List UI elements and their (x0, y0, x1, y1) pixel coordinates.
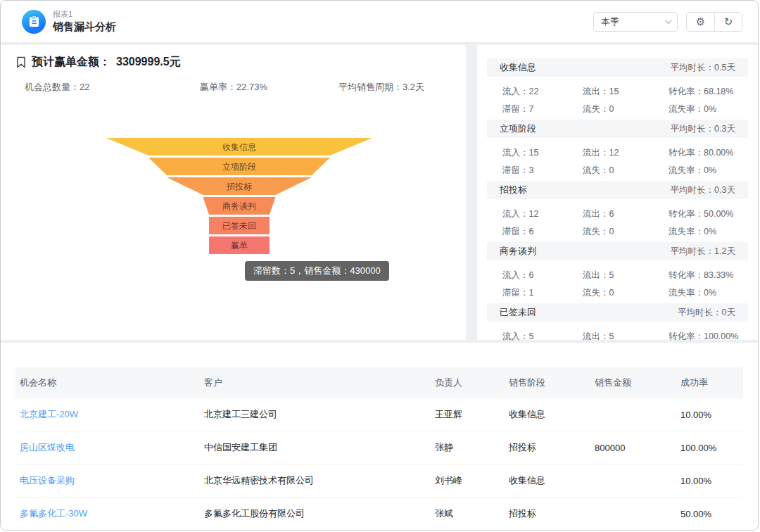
period-select[interactable]: 本季 (593, 12, 678, 32)
owner-cell: 张静 (431, 441, 505, 454)
col-amount: 销售金额 (590, 376, 676, 389)
opportunity-link[interactable]: 电压设备采购 (15, 474, 200, 487)
col-customer: 客户 (200, 376, 431, 389)
stat-value: 3.2天 (403, 82, 424, 92)
conversion-stat: 转化率：100.00% (669, 331, 748, 343)
outflow-stat: 流出：12 (583, 147, 669, 159)
col-stage: 销售阶段 (505, 376, 590, 389)
amount-cell: 800000 (590, 443, 676, 453)
refresh-icon: ↻ (724, 15, 733, 28)
stage-name: 收集信息 (500, 61, 536, 74)
funnel-segment-label: 立项阶段 (222, 162, 256, 172)
table-row: 多氟多化工-30W 多氟多化工股份有限公司 张斌 招投标 50.00% (15, 498, 743, 531)
lost-rate-stat: 流失率：0% (669, 103, 748, 115)
stage-stats-row-1: 流入：22 流出：15 转化率：68.18% (487, 83, 748, 100)
owner-cell: 王亚辉 (431, 408, 505, 421)
customer-cell: 北京华远精密技术有限公司 (200, 474, 431, 487)
table-body: 北京建工-20W 北京建工三建公司 王亚辉 收集信息 10.00% 房山区煤改电… (15, 398, 743, 531)
toolbar-button-group: ⚙ ↻ (686, 12, 742, 32)
col-opportunity-name: 机会名称 (15, 376, 200, 389)
gear-icon: ⚙ (696, 15, 705, 28)
opportunities-table: 机会名称 客户 负责人 销售阶段 销售金额 成功率 北京建工-20W 北京建工三… (15, 367, 743, 531)
opportunities-panel: 机会名称 客户 负责人 销售阶段 销售金额 成功率 北京建工-20W 北京建工三… (1, 343, 758, 531)
outflow-stat: 流出：5 (583, 331, 669, 343)
customer-cell: 中信国安建工集团 (200, 441, 431, 454)
outflow-stat: 流出：15 (583, 86, 669, 98)
opportunity-link[interactable]: 多氟多化工-30W (15, 507, 200, 520)
expected-win-amount: 预计赢单金额： 3309999.5元 (16, 55, 181, 70)
conversion-stat: 转化率：50.00% (669, 208, 748, 220)
stage-name: 已签未回 (500, 306, 536, 319)
inflow-stat: 流入：22 (502, 86, 583, 98)
stat-label: 赢单率： (200, 82, 236, 92)
stat-win-rate: 赢单率：22.73% (200, 81, 267, 94)
outflow-stat: 流出：5 (583, 270, 669, 281)
table-row: 北京建工-20W 北京建工三建公司 王亚辉 收集信息 10.00% (15, 398, 743, 431)
stage-name: 商务谈判 (500, 245, 536, 258)
inflow-stat: 流入：15 (502, 147, 583, 159)
owner-cell: 刘书峰 (431, 474, 505, 487)
success-rate-cell: 100.00% (676, 443, 743, 453)
win-amount-label: 预计赢单金额： (32, 55, 110, 70)
stage-cell: 招投标 (505, 507, 590, 520)
lost-rate-stat: 流失率：0% (669, 226, 748, 238)
table-row: 电压设备采购 北京华远精密技术有限公司 刘书峰 收集信息 10.00% (15, 464, 743, 498)
funnel-segment-label: 已签未回 (222, 221, 256, 231)
top-bar: 报表1 销售漏斗分析 本季 ⚙ ↻ (1, 1, 758, 43)
bookmark-icon (16, 56, 26, 68)
inflow-stat: 流入：5 (502, 331, 583, 343)
stat-value: 22.73% (236, 82, 267, 92)
success-rate-cell: 50.00% (676, 509, 743, 519)
table-row: 房山区煤改电 中信国安建工集团 张静 招投标 800000 100.00% (15, 431, 743, 464)
funnel-segment-label: 招投标 (226, 182, 253, 191)
stage-avg-duration: 平均时长：0天 (678, 307, 735, 319)
win-amount-value: 3309999.5元 (116, 55, 181, 70)
stat-label: 平均销售周期： (338, 82, 403, 92)
lost-stat: 流失：0 (583, 226, 669, 238)
stage-avg-duration: 平均时长：1.2天 (671, 246, 735, 258)
refresh-button[interactable]: ↻ (714, 13, 742, 31)
lost-stat: 流失：0 (583, 103, 669, 115)
stage-section-header: 收集信息 平均时长：0.5天 (487, 58, 748, 77)
outflow-stat: 流出：6 (583, 208, 669, 220)
funnel-panel: 预计赢单金额： 3309999.5元 机会总数量：22 赢单率：22.73% 平… (1, 45, 466, 340)
funnel-segment-label: 赢单 (231, 241, 248, 251)
stage-section-header: 商务谈判 平均时长：1.2天 (487, 242, 748, 260)
stage-section: 收集信息 平均时长：0.5天 流入：22 流出：15 转化率：68.18% 滞留… (487, 58, 748, 118)
lost-rate-stat: 流失率：0% (669, 287, 748, 299)
funnel-chart[interactable]: 收集信息立项阶段招投标商务谈判已签未回赢单 (1, 134, 465, 264)
stage-stats-row-1: 流入：6 流出：5 转化率：83.33% (487, 267, 748, 284)
settings-button[interactable]: ⚙ (687, 13, 714, 31)
opportunity-link[interactable]: 房山区煤改电 (15, 441, 200, 454)
stage-name: 立项阶段 (500, 122, 536, 135)
stay-stat: 滞留：7 (502, 103, 583, 115)
funnel-tooltip: 滞留数：5，销售金额：430000 (245, 261, 389, 281)
stage-cell: 招投标 (505, 441, 590, 454)
lost-stat: 流失：0 (583, 165, 669, 177)
col-owner: 负责人 (431, 376, 505, 389)
report-titles: 报表1 销售漏斗分析 (53, 10, 116, 32)
stage-section-header: 招投标 平均时长：0.3天 (487, 181, 748, 199)
customer-cell: 北京建工三建公司 (200, 408, 431, 421)
inflow-stat: 流入：6 (502, 270, 583, 281)
stage-stats-row-2: 滞留：7 流失：0 流失率：0% (487, 101, 748, 118)
stage-section-header: 立项阶段 平均时长：0.3天 (487, 120, 748, 138)
opportunity-link[interactable]: 北京建工-20W (15, 408, 200, 421)
conversion-stat: 转化率：80.00% (669, 147, 748, 159)
chevron-down-icon (665, 17, 672, 24)
stat-avg-cycle: 平均销售周期：3.2天 (338, 81, 424, 94)
stage-stats-row-1: 流入：12 流出：6 转化率：50.00% (487, 205, 748, 222)
stage-avg-duration: 平均时长：0.3天 (671, 123, 735, 135)
success-rate-cell: 10.00% (676, 410, 743, 420)
report-logo-icon (22, 10, 46, 34)
conversion-stat: 转化率：68.18% (669, 86, 748, 98)
table-header-row: 机会名称 客户 负责人 销售阶段 销售金额 成功率 (15, 367, 743, 398)
stat-label: 机会总数量： (25, 82, 80, 92)
col-success-rate: 成功率 (676, 376, 743, 389)
lost-stat: 流失：0 (583, 287, 669, 299)
report-tag: 报表1 (53, 10, 116, 19)
stay-stat: 滞留：3 (502, 165, 583, 177)
stage-section: 招投标 平均时长：0.3天 流入：12 流出：6 转化率：50.00% 滞留：6… (487, 181, 748, 240)
stage-avg-duration: 平均时长：0.3天 (671, 184, 735, 196)
stage-stats-row-2: 滞留：3 流失：0 流失率：0% (487, 162, 748, 179)
